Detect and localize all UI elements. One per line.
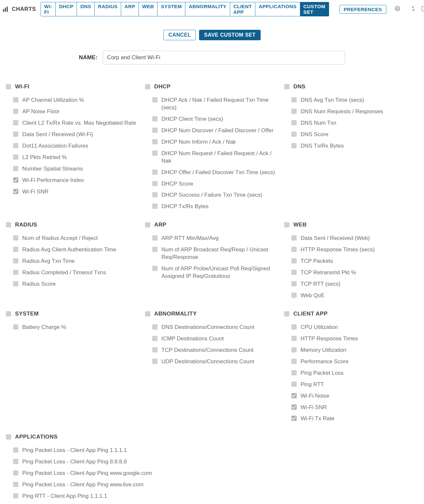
tab-abnormality[interactable]: ABNORMALITY: [185, 2, 230, 16]
section-checkbox[interactable]: [6, 434, 11, 440]
section-checkbox[interactable]: [145, 311, 150, 316]
tab-web[interactable]: WEB: [139, 2, 157, 16]
item-checkbox[interactable]: [291, 235, 297, 241]
item-checkbox[interactable]: [291, 393, 297, 398]
item-checkbox[interactable]: [13, 459, 18, 464]
item-checkbox[interactable]: [291, 359, 297, 364]
item-checkbox[interactable]: [291, 270, 297, 275]
section-checkbox[interactable]: [6, 311, 11, 316]
list-item: DHCP Score: [145, 178, 278, 190]
tab-arp[interactable]: ARP: [121, 2, 139, 16]
item-label: Radius Avg Txn Time: [22, 258, 75, 265]
tab-wi-fi[interactable]: WI-FI: [41, 2, 56, 16]
item-checkbox[interactable]: [13, 132, 18, 137]
preferences-button[interactable]: PREFERENCES: [340, 5, 386, 14]
item-checkbox[interactable]: [152, 192, 157, 197]
item-checkbox[interactable]: [13, 109, 18, 114]
item-checkbox[interactable]: [152, 359, 157, 364]
item-checkbox[interactable]: [152, 151, 157, 156]
item-checkbox[interactable]: [291, 281, 297, 286]
item-checkbox[interactable]: [152, 347, 157, 352]
item-checkbox[interactable]: [291, 97, 297, 102]
section-title: DNS: [293, 83, 305, 90]
item-checkbox[interactable]: [152, 116, 157, 121]
item-checkbox[interactable]: [152, 139, 157, 144]
item-label: DHCP Client Time (secs): [161, 116, 223, 123]
item-checkbox[interactable]: [291, 405, 297, 410]
item-checkbox[interactable]: [291, 132, 297, 137]
item-checkbox[interactable]: [291, 382, 297, 387]
item-checkbox[interactable]: [13, 482, 18, 487]
list-item: ICMP Destinations Count: [145, 333, 278, 345]
item-label: Ping Packet Loss - Client App Ping www.l…: [22, 481, 143, 489]
item-checkbox[interactable]: [13, 493, 18, 498]
save-button[interactable]: SAVE CUSTOM SET: [199, 30, 260, 40]
item-checkbox[interactable]: [13, 189, 18, 194]
section-checkbox[interactable]: [145, 222, 150, 227]
tab-custom-set[interactable]: CUSTOM SET: [300, 2, 329, 16]
section-checkbox[interactable]: [284, 311, 289, 316]
item-checkbox[interactable]: [291, 416, 297, 421]
item-checkbox[interactable]: [152, 336, 157, 341]
section-checkbox[interactable]: [284, 84, 289, 89]
collapse-icon[interactable]: [410, 5, 416, 13]
section-checkbox[interactable]: [145, 84, 150, 89]
tab-system[interactable]: SYSTEM: [157, 2, 185, 16]
list-item: Ping RTT - Client App Ping 8.8.8.8: [6, 502, 417, 504]
list-item: Wi-Fi Tx Rate: [284, 413, 417, 424]
section-checkbox[interactable]: [6, 222, 11, 227]
item-checkbox[interactable]: [152, 170, 157, 175]
popout-icon[interactable]: [421, 5, 424, 13]
section-checkbox[interactable]: [284, 222, 289, 227]
item-checkbox[interactable]: [291, 324, 297, 330]
tab-dhcp[interactable]: DHCP: [56, 2, 77, 16]
tab-radius[interactable]: RADIUS: [95, 2, 121, 16]
list-item: Num of ARP Broadcast Req/Resp / Unicast …: [145, 244, 278, 263]
item-checkbox[interactable]: [13, 470, 18, 476]
item-checkbox[interactable]: [152, 181, 157, 186]
item-checkbox[interactable]: [13, 281, 18, 286]
name-input[interactable]: [103, 51, 345, 64]
item-checkbox[interactable]: [291, 370, 297, 375]
list-item: DNS Tx/Rx Bytes: [284, 140, 417, 152]
name-label: NAME:: [79, 54, 98, 61]
section-title: WEB: [293, 222, 307, 228]
item-checkbox[interactable]: [13, 270, 18, 275]
item-checkbox[interactable]: [291, 109, 297, 114]
list-item: Radius Avg Client Authentication Time: [6, 244, 139, 256]
item-checkbox[interactable]: [152, 128, 157, 133]
item-checkbox[interactable]: [291, 120, 297, 125]
item-checkbox[interactable]: [13, 447, 18, 453]
item-checkbox[interactable]: [152, 266, 157, 271]
item-checkbox[interactable]: [13, 143, 18, 148]
item-label: Client L2 Tx/Rx Rate vs. Max Negotiated …: [22, 119, 136, 127]
item-checkbox[interactable]: [13, 154, 18, 160]
item-checkbox[interactable]: [13, 247, 18, 252]
item-checkbox[interactable]: [152, 235, 157, 241]
item-checkbox[interactable]: [13, 235, 18, 241]
item-checkbox[interactable]: [152, 204, 157, 209]
item-checkbox[interactable]: [13, 120, 18, 125]
section-checkbox[interactable]: [6, 84, 11, 89]
item-label: Ping Packet Loss - Client App Ping www.g…: [22, 470, 152, 477]
cancel-button[interactable]: CANCEL: [163, 30, 196, 40]
item-checkbox[interactable]: [13, 324, 18, 330]
item-checkbox[interactable]: [291, 336, 297, 341]
item-label: Data Sent / Received (Wi-Fi): [22, 131, 93, 138]
item-checkbox[interactable]: [152, 324, 157, 330]
item-checkbox[interactable]: [13, 258, 18, 263]
item-checkbox[interactable]: [291, 293, 297, 298]
item-checkbox[interactable]: [291, 247, 297, 252]
tab-applications[interactable]: APPLICATIONS: [255, 2, 300, 16]
tab-client-app[interactable]: CLIENT APP: [230, 2, 256, 16]
item-checkbox[interactable]: [152, 97, 157, 102]
item-checkbox[interactable]: [13, 166, 18, 171]
item-checkbox[interactable]: [291, 143, 297, 148]
item-checkbox[interactable]: [13, 177, 18, 183]
item-checkbox[interactable]: [291, 347, 297, 352]
item-checkbox[interactable]: [291, 258, 297, 263]
item-checkbox[interactable]: [152, 247, 157, 252]
item-checkbox[interactable]: [13, 97, 18, 102]
help-icon[interactable]: ?: [394, 5, 401, 13]
tab-dns[interactable]: DNS: [77, 2, 95, 16]
